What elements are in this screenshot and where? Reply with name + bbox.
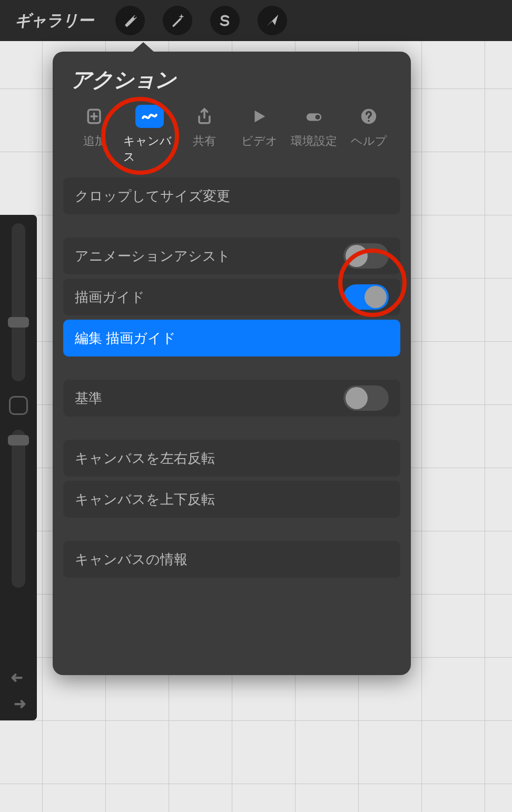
undo-icon [9,670,27,685]
adjustments-button[interactable] [163,6,192,35]
slider-thumb[interactable] [8,317,29,328]
top-toolbar: ギャラリー [0,0,512,41]
wand-icon [170,13,185,28]
row-drawing-guide[interactable]: 描画ガイド [63,279,400,315]
tab-share[interactable]: 共有 [178,105,231,165]
row-label: キャンバスの情報 [75,550,188,569]
opacity-slider[interactable] [12,430,25,588]
s-icon [217,13,233,28]
row-label: 描画ガイド [75,288,145,306]
play-icon [250,107,268,125]
tab-label: ビデオ [241,133,278,149]
redo-icon [9,697,27,711]
toggle-icon [305,107,323,125]
row-label: 編集 描画ガイド [75,329,176,348]
actions-popover: アクション 追加 キャンバス 共有 ビデオ 環境設定 ヘルプ クロップしてサイズ [53,52,411,675]
tab-label: 追加 [83,133,106,149]
tab-video[interactable]: ビデオ [233,105,285,165]
popover-arrow [132,42,155,53]
add-icon [86,107,104,125]
row-crop-resize[interactable]: クロップしてサイズ変更 [63,177,400,214]
row-edit-drawing-guide[interactable]: 編集 描画ガイド [63,320,400,357]
brush-size-slider[interactable] [12,223,25,381]
gallery-button[interactable]: ギャラリー [15,10,93,32]
row-label: 基準 [75,389,102,408]
popover-title: アクション [63,65,400,94]
actions-button[interactable] [115,6,145,35]
wrench-icon [122,13,138,28]
redo-button[interactable] [5,691,32,717]
toggle-animation-assist[interactable] [343,243,389,269]
arrow-icon [264,13,280,28]
selection-button[interactable] [210,6,240,35]
tab-label: 共有 [193,133,216,149]
tab-label: ヘルプ [351,133,387,149]
tab-label: 環境設定 [291,133,337,149]
row-flip-vertical[interactable]: キャンバスを上下反転 [63,481,400,518]
toggle-drawing-guide[interactable] [343,284,389,310]
canvas-icon [141,107,159,125]
share-icon [195,107,213,125]
undo-button[interactable] [5,665,32,691]
svg-point-1 [316,115,320,120]
row-label: アニメーションアシスト [75,247,231,265]
row-animation-assist[interactable]: アニメーションアシスト [63,237,400,274]
transform-button[interactable] [258,6,287,35]
row-label: キャンバスを上下反転 [75,490,215,509]
row-canvas-info[interactable]: キャンバスの情報 [63,541,400,578]
tab-canvas[interactable]: キャンバス [123,105,176,165]
tab-prefs[interactable]: 環境設定 [288,105,340,165]
canvas-options-list: クロップしてサイズ変更 アニメーションアシスト 描画ガイド 編集 描画ガイド 基… [63,177,400,578]
tab-label: キャンバス [123,133,176,165]
tab-add[interactable]: 追加 [68,105,121,165]
row-flip-horizontal[interactable]: キャンバスを左右反転 [63,440,400,477]
toggle-reference[interactable] [343,385,389,411]
slider-thumb[interactable] [8,435,29,445]
actions-tabs: 追加 キャンバス 共有 ビデオ 環境設定 ヘルプ [63,94,400,177]
help-icon [360,107,378,125]
left-sidebar [0,215,37,720]
modifier-button[interactable] [9,396,28,415]
row-reference[interactable]: 基準 [63,380,400,417]
tab-help[interactable]: ヘルプ [342,105,395,165]
row-label: キャンバスを左右反転 [75,449,215,468]
row-label: クロップしてサイズ変更 [75,187,230,205]
